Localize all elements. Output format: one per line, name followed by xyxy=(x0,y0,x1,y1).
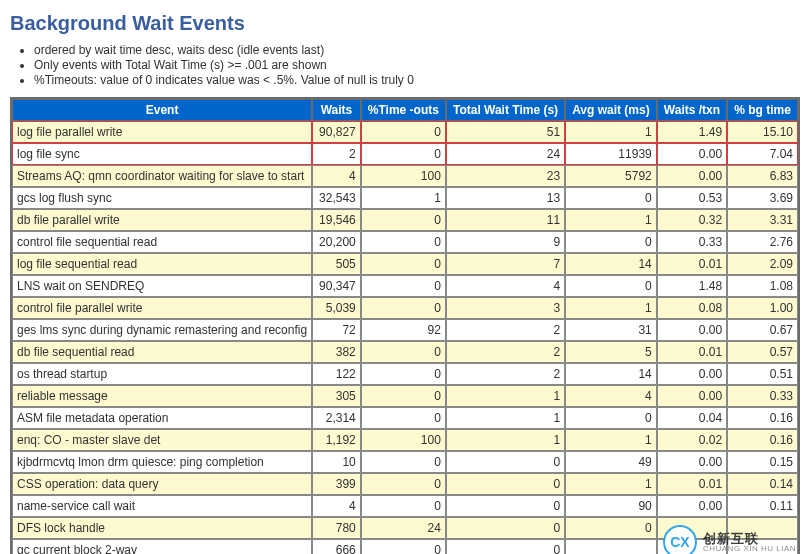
cell-timeouts: 0 xyxy=(361,363,446,385)
cell-waits: 305 xyxy=(312,385,361,407)
cell-bg-time: 1.08 xyxy=(727,275,798,297)
cell-waits: 32,543 xyxy=(312,187,361,209)
cell-avg-wait: 5 xyxy=(565,341,657,363)
cell-waits-txn: 0.00 xyxy=(657,143,727,165)
cell-waits: 90,347 xyxy=(312,275,361,297)
table-row: os thread startup12202140.000.51 xyxy=(12,363,798,385)
cell-bg-time: 7.04 xyxy=(727,143,798,165)
cell-bg-time: 0.11 xyxy=(727,495,798,517)
notes-list: ordered by wait time desc, waits desc (i… xyxy=(34,43,802,87)
table-row: Streams AQ: qmn coordinator waiting for … xyxy=(12,165,798,187)
cell-total-wait: 23 xyxy=(446,165,565,187)
cell-event: control file parallel write xyxy=(12,297,312,319)
cell-waits: 505 xyxy=(312,253,361,275)
cell-waits: 666 xyxy=(312,539,361,554)
cell-total-wait: 24 xyxy=(446,143,565,165)
cell-total-wait: 2 xyxy=(446,341,565,363)
cell-timeouts: 0 xyxy=(361,539,446,554)
cell-timeouts: 0 xyxy=(361,275,446,297)
col-bg-time: % bg time xyxy=(727,99,798,121)
cell-event: log file parallel write xyxy=(12,121,312,143)
cell-waits-txn: 0.02 xyxy=(657,429,727,451)
table-row: control file parallel write5,0390310.081… xyxy=(12,297,798,319)
cell-waits-txn: 0.08 xyxy=(657,297,727,319)
col-event: Event xyxy=(12,99,312,121)
cell-total-wait: 1 xyxy=(446,429,565,451)
col-total-wait: Total Wait Time (s) xyxy=(446,99,565,121)
table-row: enq: CO - master slave det1,192100110.02… xyxy=(12,429,798,451)
cell-waits: 2 xyxy=(312,143,361,165)
cell-bg-time: 0.51 xyxy=(727,363,798,385)
cell-event: Streams AQ: qmn coordinator waiting for … xyxy=(12,165,312,187)
cell-total-wait: 9 xyxy=(446,231,565,253)
cell-total-wait: 0 xyxy=(446,517,565,539)
cell-event: os thread startup xyxy=(12,363,312,385)
cell-waits-txn: 0.00 xyxy=(657,363,727,385)
note-item: ordered by wait time desc, waits desc (i… xyxy=(34,43,802,57)
cell-waits: 90,827 xyxy=(312,121,361,143)
table-row: ges lms sync during dynamic remastering … xyxy=(12,319,798,341)
cell-avg-wait: 1 xyxy=(565,429,657,451)
cell-avg-wait: 0 xyxy=(565,407,657,429)
watermark-text-py: CHUANG XIN HU LIAN xyxy=(703,545,796,553)
cell-event: control file sequential read xyxy=(12,231,312,253)
cell-avg-wait: 0 xyxy=(565,231,657,253)
cell-event: db file sequential read xyxy=(12,341,312,363)
cell-bg-time: 2.76 xyxy=(727,231,798,253)
cell-avg-wait: 1 xyxy=(565,297,657,319)
cell-total-wait: 1 xyxy=(446,385,565,407)
cell-total-wait: 0 xyxy=(446,539,565,554)
cell-timeouts: 0 xyxy=(361,451,446,473)
cell-avg-wait: 14 xyxy=(565,253,657,275)
cell-waits: 4 xyxy=(312,495,361,517)
table-row: log file sequential read50507140.012.09 xyxy=(12,253,798,275)
cell-waits-txn: 0.53 xyxy=(657,187,727,209)
cell-waits: 2,314 xyxy=(312,407,361,429)
cell-timeouts: 100 xyxy=(361,429,446,451)
cell-bg-time: 1.00 xyxy=(727,297,798,319)
cell-avg-wait: 1 xyxy=(565,121,657,143)
cell-bg-time: 6.83 xyxy=(727,165,798,187)
table-row: CSS operation: data query3990010.010.14 xyxy=(12,473,798,495)
cell-avg-wait: 1 xyxy=(565,473,657,495)
cell-event: reliable message xyxy=(12,385,312,407)
cell-timeouts: 0 xyxy=(361,143,446,165)
cell-waits-txn: 0.01 xyxy=(657,341,727,363)
cell-avg-wait: 31 xyxy=(565,319,657,341)
cell-timeouts: 0 xyxy=(361,385,446,407)
cell-waits-txn: 0.00 xyxy=(657,495,727,517)
cell-timeouts: 24 xyxy=(361,517,446,539)
cell-waits: 1,192 xyxy=(312,429,361,451)
table-row: log file sync2024119390.007.04 xyxy=(12,143,798,165)
note-item: %Timeouts: value of 0 indicates value wa… xyxy=(34,73,802,87)
cell-avg-wait: 4 xyxy=(565,385,657,407)
cell-event: CSS operation: data query xyxy=(12,473,312,495)
cell-timeouts: 0 xyxy=(361,121,446,143)
cell-event: enq: CO - master slave det xyxy=(12,429,312,451)
cell-total-wait: 2 xyxy=(446,363,565,385)
cell-timeouts: 0 xyxy=(361,495,446,517)
cell-timeouts: 1 xyxy=(361,187,446,209)
cell-total-wait: 11 xyxy=(446,209,565,231)
col-waits: Waits xyxy=(312,99,361,121)
table-row: gcs log flush sync32,54311300.533.69 xyxy=(12,187,798,209)
table-row: db file sequential read3820250.010.57 xyxy=(12,341,798,363)
wait-events-table: Event Waits %Time -outs Total Wait Time … xyxy=(10,97,800,554)
cell-bg-time: 3.31 xyxy=(727,209,798,231)
cell-timeouts: 0 xyxy=(361,209,446,231)
cell-avg-wait: 49 xyxy=(565,451,657,473)
watermark-text-cn: 创新互联 xyxy=(703,532,796,545)
cell-total-wait: 0 xyxy=(446,473,565,495)
cell-event: LNS wait on SENDREQ xyxy=(12,275,312,297)
table-row: db file parallel write19,54601110.323.31 xyxy=(12,209,798,231)
cell-event: DFS lock handle xyxy=(12,517,312,539)
cell-total-wait: 0 xyxy=(446,495,565,517)
table-row: name-service call wait400900.000.11 xyxy=(12,495,798,517)
cell-bg-time: 0.14 xyxy=(727,473,798,495)
cell-event: log file sync xyxy=(12,143,312,165)
cell-total-wait: 3 xyxy=(446,297,565,319)
table-row: ASM file metadata operation2,3140100.040… xyxy=(12,407,798,429)
cell-event: name-service call wait xyxy=(12,495,312,517)
cell-waits-txn: 0.01 xyxy=(657,473,727,495)
cell-waits-txn: 0.00 xyxy=(657,451,727,473)
